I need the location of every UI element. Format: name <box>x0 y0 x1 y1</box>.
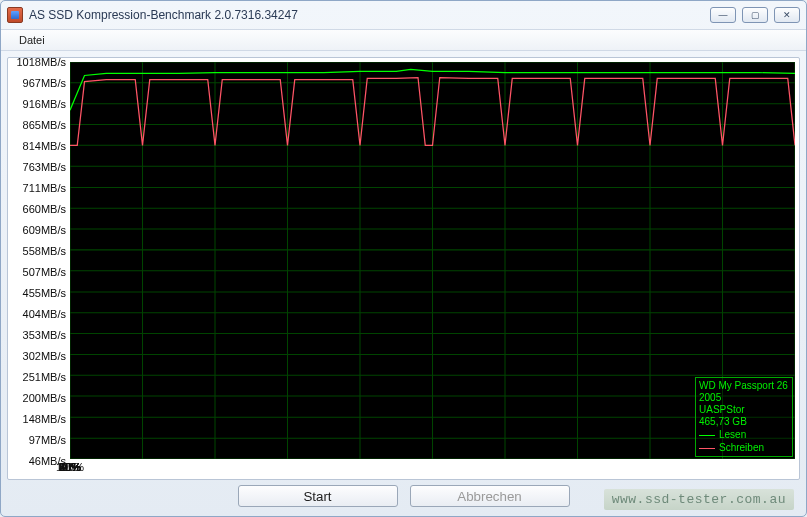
device-driver: UASPStor <box>699 404 789 416</box>
menu-datei[interactable]: Datei <box>11 32 53 48</box>
titlebar[interactable]: AS SSD Kompression-Benchmark 2.0.7316.34… <box>1 1 806 29</box>
legend-read: Lesen <box>719 429 746 441</box>
device-capacity: 465,73 GB <box>699 416 789 428</box>
close-button[interactable]: ✕ <box>774 7 800 23</box>
x-tick-label: 100% <box>56 461 84 473</box>
app-icon <box>7 7 23 23</box>
legend-write: Schreiben <box>719 442 764 454</box>
chart-plot-area: WD My Passport 26 2005 UASPStor 465,73 G… <box>70 62 795 459</box>
app-window: AS SSD Kompression-Benchmark 2.0.7316.34… <box>0 0 807 517</box>
device-model: 2005 <box>699 392 789 404</box>
minimize-button[interactable]: — <box>710 7 736 23</box>
start-button[interactable]: Start <box>238 485 398 507</box>
device-legend-box: WD My Passport 26 2005 UASPStor 465,73 G… <box>695 377 793 457</box>
device-name: WD My Passport 26 <box>699 380 789 392</box>
abort-button: Abbrechen <box>410 485 570 507</box>
menubar: Datei <box>1 29 806 51</box>
window-title: AS SSD Kompression-Benchmark 2.0.7316.34… <box>29 8 710 22</box>
maximize-button[interactable]: ▢ <box>742 7 768 23</box>
y-axis-labels: 1018MB/s967MB/s916MB/s865MB/s814MB/s763M… <box>12 62 70 461</box>
watermark: www.ssd-tester.com.au <box>604 489 794 510</box>
chart-panel: 1018MB/s967MB/s916MB/s865MB/s814MB/s763M… <box>7 57 800 480</box>
